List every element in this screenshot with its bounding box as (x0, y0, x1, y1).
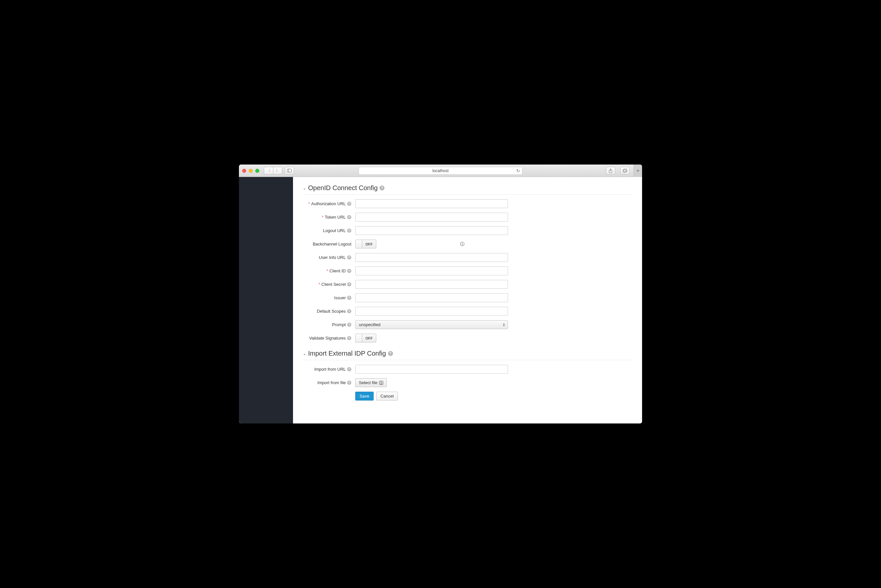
toggle-label: OFF (362, 240, 376, 248)
help-icon[interactable]: ? (347, 255, 351, 260)
help-icon[interactable]: ? (347, 322, 351, 327)
help-icon[interactable]: ? (347, 336, 351, 340)
row-default-scopes: Default Scopes ? (303, 307, 632, 316)
action-row: Save Cancel (355, 392, 632, 400)
address-bar[interactable]: localhost ↻ (358, 167, 523, 175)
close-window-button[interactable] (242, 169, 246, 173)
chevron-right-icon: 〉 (276, 168, 280, 174)
toggle-handle (356, 240, 362, 248)
tabs-button[interactable] (620, 167, 629, 174)
help-icon[interactable]: ? (388, 351, 393, 356)
nav-button-group: 〈 〉 (264, 167, 282, 174)
token-url-input[interactable] (355, 213, 508, 222)
help-icon[interactable]: ? (347, 367, 351, 371)
forward-button[interactable]: 〉 (273, 167, 282, 174)
row-prompt: Prompt ? unspecified ▲▼ (303, 320, 632, 329)
required-marker: * (327, 268, 328, 273)
save-button[interactable]: Save (355, 392, 374, 400)
label-import-from-file: Import from file ? (303, 380, 355, 385)
row-client-id: * Client ID ? (303, 267, 632, 275)
section-title: Import External IDP Config (308, 350, 386, 357)
row-client-secret: * Client Secret ? (303, 280, 632, 289)
authorization-url-input[interactable] (355, 199, 508, 208)
row-authorization-url: * Authorization URL ? (303, 199, 632, 208)
info-icon[interactable]: ⓘ (460, 241, 464, 247)
label-validate-signatures: Validate Signatures ? (303, 336, 355, 340)
help-icon[interactable]: ? (347, 282, 351, 286)
backchannel-logout-toggle[interactable]: OFF (355, 240, 376, 249)
default-scopes-input[interactable] (355, 307, 508, 316)
sidebar-toggle-button[interactable] (285, 167, 294, 174)
sidebar-icon (287, 169, 292, 172)
import-from-url-input[interactable] (355, 365, 508, 374)
row-import-from-file: Import from file ? Select file (303, 378, 632, 387)
help-icon[interactable]: ? (347, 269, 351, 273)
svg-rect-5 (624, 169, 627, 171)
issuer-input[interactable] (355, 293, 508, 302)
label-prompt: Prompt ? (303, 322, 355, 327)
cancel-button[interactable]: Cancel (376, 392, 398, 400)
zoom-window-button[interactable] (255, 169, 259, 173)
help-icon[interactable]: ? (347, 309, 351, 314)
label-logout-url: Logout URL ? (303, 228, 355, 233)
safari-window: 〈 〉 localhost ↻ (239, 165, 642, 423)
traffic-lights (242, 169, 259, 173)
validate-signatures-toggle[interactable]: OFF (355, 334, 376, 342)
row-issuer: Issuer ? (303, 293, 632, 302)
back-button[interactable]: 〈 (264, 167, 273, 174)
user-info-url-input[interactable] (355, 253, 508, 262)
required-marker: * (319, 282, 320, 287)
client-secret-input[interactable] (355, 280, 508, 289)
chevron-down-icon: ⌄ (303, 186, 306, 190)
section-header-import[interactable]: ⌄ Import External IDP Config ? (303, 347, 632, 360)
label-token-url: * Token URL ? (303, 214, 355, 220)
label-client-secret: * Client Secret ? (303, 282, 355, 287)
toggle-label: OFF (362, 334, 376, 342)
label-authorization-url: * Authorization URL ? (303, 201, 355, 206)
help-icon[interactable]: ? (379, 186, 385, 190)
select-arrows-icon: ▲▼ (503, 323, 505, 327)
row-user-info-url: User Info URL ? (303, 253, 632, 262)
chevron-left-icon: 〈 (267, 168, 271, 174)
required-marker: * (322, 214, 324, 220)
label-client-id: * Client ID ? (303, 268, 355, 273)
row-token-url: * Token URL ? (303, 213, 632, 222)
new-tab-button[interactable]: + (634, 165, 642, 177)
section-header-openid[interactable]: ⌄ OpenID Connect Config ? (303, 182, 632, 195)
label-import-from-url: Import from URL ? (303, 367, 355, 372)
section-title: OpenID Connect Config (308, 184, 378, 192)
app-sidebar (239, 177, 293, 423)
help-icon[interactable]: ? (347, 228, 351, 233)
row-backchannel-logout: Backchannel Logout OFF ⓘ (303, 240, 632, 249)
reload-icon[interactable]: ↻ (516, 168, 520, 173)
help-icon[interactable]: ? (347, 202, 351, 206)
toggle-handle (356, 334, 362, 342)
share-button[interactable] (606, 167, 615, 174)
content-row: ⌄ OpenID Connect Config ? * Authorizatio… (239, 177, 642, 423)
label-user-info-url: User Info URL ? (303, 255, 355, 260)
label-issuer: Issuer ? (303, 295, 355, 300)
minimize-window-button[interactable] (249, 169, 253, 173)
help-icon[interactable]: ? (347, 215, 351, 219)
main-content[interactable]: ⌄ OpenID Connect Config ? * Authorizatio… (293, 177, 642, 423)
select-file-label: Select file (359, 380, 377, 385)
select-file-button[interactable]: Select file (355, 378, 387, 387)
share-icon (608, 168, 613, 173)
svg-rect-0 (288, 169, 292, 172)
select-value: unspecified (359, 322, 381, 327)
row-validate-signatures: Validate Signatures ? OFF (303, 334, 632, 342)
client-id-input[interactable] (355, 267, 508, 275)
import-icon (379, 381, 383, 385)
help-icon[interactable]: ? (347, 381, 351, 385)
chevron-down-icon: ⌄ (303, 351, 306, 356)
tabs-icon (623, 169, 627, 173)
required-marker: * (308, 201, 310, 206)
label-default-scopes: Default Scopes ? (303, 309, 355, 314)
titlebar: 〈 〉 localhost ↻ (239, 165, 642, 177)
prompt-select[interactable]: unspecified ▲▼ (355, 320, 508, 329)
logout-url-input[interactable] (355, 226, 508, 235)
plus-icon: + (637, 168, 640, 174)
row-import-from-url: Import from URL ? (303, 365, 632, 374)
label-backchannel-logout: Backchannel Logout (303, 242, 355, 246)
help-icon[interactable]: ? (347, 296, 351, 300)
